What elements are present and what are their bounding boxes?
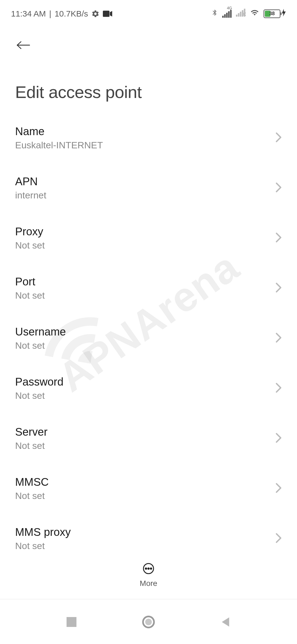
setting-value: internet [15, 190, 46, 201]
setting-label: MMS proxy [15, 526, 71, 538]
svg-point-15 [145, 568, 147, 569]
setting-label: Proxy [15, 225, 45, 238]
setting-label: Server [15, 426, 48, 438]
svg-rect-7 [238, 13, 239, 17]
setting-mms-proxy[interactable]: MMS proxy Not set [15, 514, 282, 564]
setting-password[interactable]: Password Not set [15, 363, 282, 413]
setting-label: APN [15, 175, 46, 188]
setting-port[interactable]: Port Not set [15, 263, 282, 313]
svg-rect-6 [236, 15, 237, 17]
setting-server[interactable]: Server Not set [15, 413, 282, 463]
svg-rect-0 [103, 10, 109, 17]
nav-home-button[interactable] [140, 614, 157, 630]
charging-icon [282, 9, 286, 18]
nav-recent-button[interactable] [63, 614, 80, 630]
svg-point-16 [148, 568, 149, 569]
svg-rect-2 [224, 14, 226, 18]
status-left: 11:34 AM | 10.7KB/s [11, 9, 112, 18]
bottom-toolbar: More [0, 557, 297, 599]
setting-name[interactable]: Name Euskaltel-INTERNET [15, 113, 282, 163]
battery-icon: 38 [263, 9, 286, 18]
chevron-right-icon [275, 132, 282, 144]
svg-point-20 [145, 619, 152, 625]
system-nav-bar [0, 600, 297, 644]
camera-icon [103, 10, 112, 17]
gear-icon [91, 10, 100, 18]
setting-value: Not set [15, 490, 49, 501]
wifi-icon [250, 9, 260, 19]
svg-rect-5 [230, 10, 232, 18]
setting-label: Username [15, 326, 66, 338]
svg-point-17 [150, 568, 152, 569]
chevron-right-icon [275, 533, 282, 544]
setting-label: Password [15, 376, 64, 388]
status-time: 11:34 AM [11, 9, 46, 18]
svg-rect-4 [228, 11, 230, 18]
chevron-right-icon [275, 332, 282, 344]
setting-value: Euskaltel-INTERNET [15, 140, 103, 151]
setting-value: Not set [15, 440, 48, 451]
more-button[interactable]: More [140, 563, 157, 588]
setting-value: Not set [15, 390, 64, 401]
chevron-right-icon [275, 182, 282, 194]
setting-value: Not set [15, 240, 45, 251]
setting-value: Not set [15, 541, 71, 551]
svg-rect-1 [222, 16, 224, 18]
setting-apn[interactable]: APN internet [15, 163, 282, 213]
more-icon [142, 563, 155, 576]
signal-sim2-icon [236, 9, 246, 19]
svg-rect-18 [67, 617, 76, 627]
setting-value: Not set [15, 340, 66, 351]
setting-mmsc[interactable]: MMSC Not set [15, 463, 282, 514]
svg-rect-3 [226, 13, 227, 18]
setting-label: MMSC [15, 476, 49, 488]
status-bar: 11:34 AM | 10.7KB/s 4G 38 [0, 0, 297, 24]
bluetooth-icon [211, 8, 218, 19]
status-right: 4G 38 [211, 8, 286, 19]
status-speed: 10.7KB/s [55, 9, 88, 18]
setting-username[interactable]: Username Not set [15, 313, 282, 363]
setting-label: Name [15, 125, 103, 138]
chevron-right-icon [275, 232, 282, 244]
header [0, 24, 297, 58]
status-separator: | [49, 9, 51, 18]
chevron-right-icon [275, 483, 282, 494]
svg-rect-8 [240, 12, 241, 17]
setting-label: Port [15, 275, 45, 288]
page-title: Edit access point [0, 58, 297, 113]
signal-sim1-icon: 4G [222, 10, 232, 18]
setting-proxy[interactable]: Proxy Not set [15, 213, 282, 263]
nav-back-button[interactable] [217, 614, 234, 630]
chevron-right-icon [275, 282, 282, 294]
chevron-right-icon [275, 383, 282, 394]
more-label: More [140, 579, 157, 588]
back-button[interactable] [16, 38, 30, 52]
settings-list: Name Euskaltel-INTERNET APN internet Pro… [0, 113, 297, 564]
setting-value: Not set [15, 290, 45, 301]
chevron-right-icon [275, 433, 282, 444]
